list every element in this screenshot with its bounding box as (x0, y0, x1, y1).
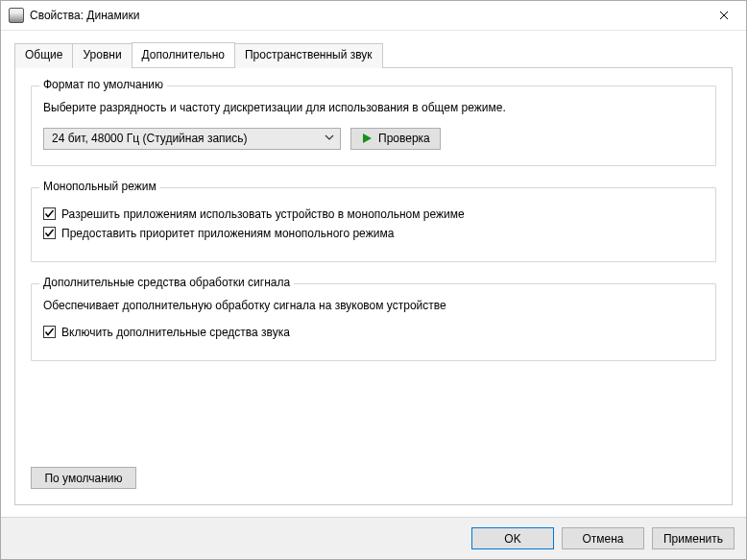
checkbox-box (43, 326, 56, 338)
tab-strip: Общие Уровни Дополнительно Пространствен… (14, 42, 733, 67)
checkbox-label: Разрешить приложениям использовать устро… (61, 207, 465, 221)
group-legend-exclusive: Монопольный режим (39, 180, 160, 193)
restore-defaults-button[interactable]: По умолчанию (31, 467, 136, 489)
cancel-button[interactable]: Отмена (562, 527, 644, 549)
group-default-format: Формат по умолчанию Выберите разрядность… (31, 85, 716, 166)
group-signal-enhancements: Дополнительные средства обработки сигнал… (31, 283, 716, 361)
checkbox-enable-enhancements[interactable]: Включить дополнительные средства звука (43, 326, 704, 339)
client-area: Общие Уровни Дополнительно Пространствен… (1, 31, 746, 517)
check-icon (44, 228, 55, 238)
close-button[interactable] (702, 1, 746, 30)
check-icon (44, 208, 55, 219)
default-format-description: Выберите разрядность и частоту дискретиз… (43, 100, 704, 116)
chevron-down-icon (325, 132, 334, 145)
test-button[interactable]: Проверка (350, 128, 441, 150)
ok-label: OK (504, 532, 520, 546)
test-button-label: Проверка (378, 132, 430, 145)
tab-levels[interactable]: Уровни (72, 43, 132, 68)
checkbox-box (43, 227, 56, 239)
apply-label: Применить (663, 532, 723, 546)
group-exclusive-mode: Монопольный режим Разрешить приложениям … (31, 187, 716, 262)
restore-defaults-label: По умолчанию (44, 472, 122, 485)
title-bar: Свойства: Динамики (1, 1, 746, 31)
close-icon (719, 11, 729, 20)
checkbox-allow-exclusive[interactable]: Разрешить приложениям использовать устро… (43, 207, 704, 221)
apply-button[interactable]: Применить (652, 527, 735, 549)
tab-page-advanced: Формат по умолчанию Выберите разрядность… (14, 67, 733, 505)
checkbox-exclusive-priority[interactable]: Предоставить приоритет приложениям моноп… (43, 227, 704, 240)
checkbox-label: Предоставить приоритет приложениям моноп… (61, 227, 394, 240)
ok-button[interactable]: OK (471, 527, 554, 549)
window-title: Свойства: Динамики (30, 9, 139, 22)
default-format-value: 24 бит, 48000 Гц (Студийная запись) (52, 132, 248, 145)
checkbox-box (43, 207, 56, 220)
dialog-footer: OK Отмена Применить (1, 517, 746, 559)
enhance-description: Обеспечивает дополнительную обработку си… (43, 298, 704, 314)
tab-advanced[interactable]: Дополнительно (132, 42, 235, 67)
group-legend-default-format: Формат по умолчанию (39, 78, 167, 91)
group-legend-enhance: Дополнительные средства обработки сигнал… (39, 276, 294, 289)
cancel-label: Отмена (582, 532, 623, 546)
default-format-combo[interactable]: 24 бит, 48000 Гц (Студийная запись) (43, 128, 341, 150)
check-icon (44, 327, 55, 337)
play-icon (361, 133, 373, 144)
tab-general[interactable]: Общие (14, 43, 73, 68)
speaker-icon (9, 8, 24, 23)
tab-spatial[interactable]: Пространственный звук (234, 43, 383, 68)
checkbox-label: Включить дополнительные средства звука (61, 326, 290, 339)
